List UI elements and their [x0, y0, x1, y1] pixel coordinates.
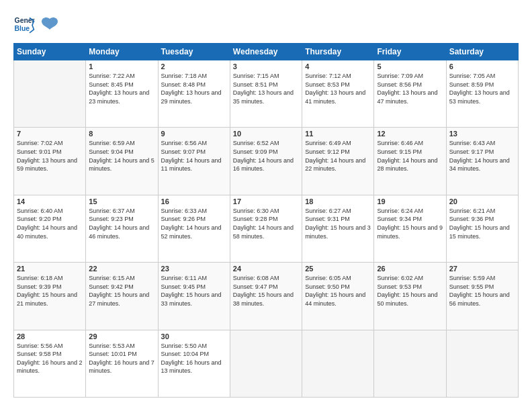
day-info: Sunrise: 6:46 AMSunset: 9:15 PMDaylight:… — [377, 139, 443, 173]
day-number: 14 — [17, 197, 83, 205]
day-cell: 25 Sunrise: 6:05 AMSunset: 9:50 PMDaylig… — [302, 263, 374, 330]
day-number: 1 — [89, 62, 154, 71]
day-info: Sunrise: 7:05 AMSunset: 8:59 PMDaylight:… — [449, 72, 515, 105]
day-number: 13 — [449, 130, 515, 138]
day-info: Sunrise: 7:09 AMSunset: 8:56 PMDaylight:… — [377, 72, 443, 105]
day-number: 19 — [377, 197, 443, 205]
day-info: Sunrise: 7:12 AMSunset: 8:53 PMDaylight:… — [305, 72, 371, 105]
day-header-monday: Monday — [86, 44, 158, 60]
day-number: 6 — [449, 62, 515, 71]
day-info: Sunrise: 6:24 AMSunset: 9:34 PMDaylight:… — [377, 207, 443, 240]
day-cell: 11 Sunrise: 6:49 AMSunset: 9:12 PMDaylig… — [302, 128, 374, 195]
day-info: Sunrise: 6:37 AMSunset: 9:23 PMDaylight:… — [89, 207, 154, 240]
day-cell: 30 Sunrise: 5:50 AMSunset: 10:04 PMDayli… — [158, 330, 230, 397]
day-cell: 2 Sunrise: 7:18 AMSunset: 8:48 PMDayligh… — [158, 60, 230, 128]
day-number: 30 — [161, 332, 227, 340]
day-cell: 22 Sunrise: 6:15 AMSunset: 9:42 PMDaylig… — [86, 263, 158, 330]
day-cell: 5 Sunrise: 7:09 AMSunset: 8:56 PMDayligh… — [374, 60, 446, 128]
logo: General Blue — [13, 13, 59, 35]
day-number: 5 — [377, 62, 443, 71]
day-cell — [446, 330, 518, 397]
day-info: Sunrise: 6:05 AMSunset: 9:50 PMDaylight:… — [305, 274, 371, 308]
day-number: 2 — [161, 62, 227, 71]
day-cell: 28 Sunrise: 5:56 AMSunset: 9:58 PMDaylig… — [14, 330, 86, 397]
day-info: Sunrise: 5:56 AMSunset: 9:58 PMDaylight:… — [17, 342, 83, 375]
day-header-thursday: Thursday — [302, 44, 374, 60]
day-info: Sunrise: 6:11 AMSunset: 9:45 PMDaylight:… — [161, 274, 227, 308]
day-info: Sunrise: 6:15 AMSunset: 9:42 PMDaylight:… — [89, 274, 154, 308]
day-number: 12 — [377, 130, 443, 138]
day-info: Sunrise: 6:40 AMSunset: 9:20 PMDaylight:… — [17, 207, 83, 240]
day-info: Sunrise: 7:15 AMSunset: 8:51 PMDaylight:… — [233, 72, 299, 105]
day-cell: 17 Sunrise: 6:30 AMSunset: 9:28 PMDaylig… — [230, 195, 302, 262]
day-info: Sunrise: 6:08 AMSunset: 9:47 PMDaylight:… — [233, 274, 299, 308]
svg-text:General: General — [15, 17, 35, 24]
header: General Blue — [13, 13, 519, 35]
day-info: Sunrise: 5:53 AMSunset: 10:01 PMDaylight… — [89, 342, 154, 375]
day-cell: 1 Sunrise: 7:22 AMSunset: 8:45 PMDayligh… — [86, 60, 158, 128]
header-row: SundayMondayTuesdayWednesdayThursdayFrid… — [14, 44, 519, 60]
day-number: 10 — [233, 130, 299, 138]
day-cell: 24 Sunrise: 6:08 AMSunset: 9:47 PMDaylig… — [230, 263, 302, 330]
day-number: 7 — [17, 130, 83, 138]
day-cell: 12 Sunrise: 6:46 AMSunset: 9:15 PMDaylig… — [374, 128, 446, 195]
calendar: SundayMondayTuesdayWednesdayThursdayFrid… — [13, 43, 519, 398]
day-cell: 19 Sunrise: 6:24 AMSunset: 9:34 PMDaylig… — [374, 195, 446, 262]
day-info: Sunrise: 6:18 AMSunset: 9:39 PMDaylight:… — [17, 274, 83, 308]
day-number: 17 — [233, 197, 299, 205]
day-cell: 10 Sunrise: 6:52 AMSunset: 9:09 PMDaylig… — [230, 128, 302, 195]
day-cell: 3 Sunrise: 7:15 AMSunset: 8:51 PMDayligh… — [230, 60, 302, 128]
day-cell: 4 Sunrise: 7:12 AMSunset: 8:53 PMDayligh… — [302, 60, 374, 128]
day-number: 26 — [377, 265, 443, 273]
day-number: 8 — [89, 130, 154, 138]
day-info: Sunrise: 5:59 AMSunset: 9:55 PMDaylight:… — [449, 274, 515, 308]
day-info: Sunrise: 6:33 AMSunset: 9:26 PMDaylight:… — [161, 207, 227, 240]
day-cell: 6 Sunrise: 7:05 AMSunset: 8:59 PMDayligh… — [446, 60, 518, 128]
logo-bird-icon — [40, 16, 59, 32]
day-number: 15 — [89, 197, 154, 205]
day-info: Sunrise: 6:02 AMSunset: 9:53 PMDaylight:… — [377, 274, 443, 308]
day-cell: 7 Sunrise: 7:02 AMSunset: 9:01 PMDayligh… — [14, 128, 86, 195]
day-cell: 23 Sunrise: 6:11 AMSunset: 9:45 PMDaylig… — [158, 263, 230, 330]
svg-text:Blue: Blue — [15, 25, 30, 32]
day-number: 20 — [449, 197, 515, 205]
day-info: Sunrise: 6:27 AMSunset: 9:31 PMDaylight:… — [305, 207, 371, 240]
day-number: 28 — [17, 332, 83, 340]
day-info: Sunrise: 6:52 AMSunset: 9:09 PMDaylight:… — [233, 139, 299, 173]
day-number: 21 — [17, 265, 83, 273]
day-info: Sunrise: 6:30 AMSunset: 9:28 PMDaylight:… — [233, 207, 299, 240]
day-number: 3 — [233, 62, 299, 71]
day-cell: 15 Sunrise: 6:37 AMSunset: 9:23 PMDaylig… — [86, 195, 158, 262]
week-row-2: 7 Sunrise: 7:02 AMSunset: 9:01 PMDayligh… — [14, 128, 519, 195]
day-number: 29 — [89, 332, 154, 340]
day-number: 27 — [449, 265, 515, 273]
day-cell: 9 Sunrise: 6:56 AMSunset: 9:07 PMDayligh… — [158, 128, 230, 195]
day-header-wednesday: Wednesday — [230, 44, 302, 60]
day-number: 18 — [305, 197, 371, 205]
day-cell: 29 Sunrise: 5:53 AMSunset: 10:01 PMDayli… — [86, 330, 158, 397]
day-number: 11 — [305, 130, 371, 138]
day-header-saturday: Saturday — [446, 44, 518, 60]
day-cell: 26 Sunrise: 6:02 AMSunset: 9:53 PMDaylig… — [374, 263, 446, 330]
day-number: 25 — [305, 265, 371, 273]
day-info: Sunrise: 5:50 AMSunset: 10:04 PMDaylight… — [161, 342, 227, 375]
day-number: 16 — [161, 197, 227, 205]
day-info: Sunrise: 6:59 AMSunset: 9:04 PMDaylight:… — [89, 139, 154, 173]
day-info: Sunrise: 6:43 AMSunset: 9:17 PMDaylight:… — [449, 139, 515, 173]
day-number: 24 — [233, 265, 299, 273]
day-header-tuesday: Tuesday — [158, 44, 230, 60]
day-cell: 21 Sunrise: 6:18 AMSunset: 9:39 PMDaylig… — [14, 263, 86, 330]
day-header-friday: Friday — [374, 44, 446, 60]
day-header-sunday: Sunday — [14, 44, 86, 60]
day-cell: 27 Sunrise: 5:59 AMSunset: 9:55 PMDaylig… — [446, 263, 518, 330]
week-row-5: 28 Sunrise: 5:56 AMSunset: 9:58 PMDaylig… — [14, 330, 519, 397]
day-cell: 14 Sunrise: 6:40 AMSunset: 9:20 PMDaylig… — [14, 195, 86, 262]
day-number: 9 — [161, 130, 227, 138]
day-cell — [302, 330, 374, 397]
day-number: 22 — [89, 265, 154, 273]
day-info: Sunrise: 6:49 AMSunset: 9:12 PMDaylight:… — [305, 139, 371, 173]
week-row-4: 21 Sunrise: 6:18 AMSunset: 9:39 PMDaylig… — [14, 263, 519, 330]
day-cell: 20 Sunrise: 6:21 AMSunset: 9:36 PMDaylig… — [446, 195, 518, 262]
page: General Blue SundayMondayTuesdayWednesda… — [0, 0, 532, 411]
day-cell — [14, 60, 86, 128]
